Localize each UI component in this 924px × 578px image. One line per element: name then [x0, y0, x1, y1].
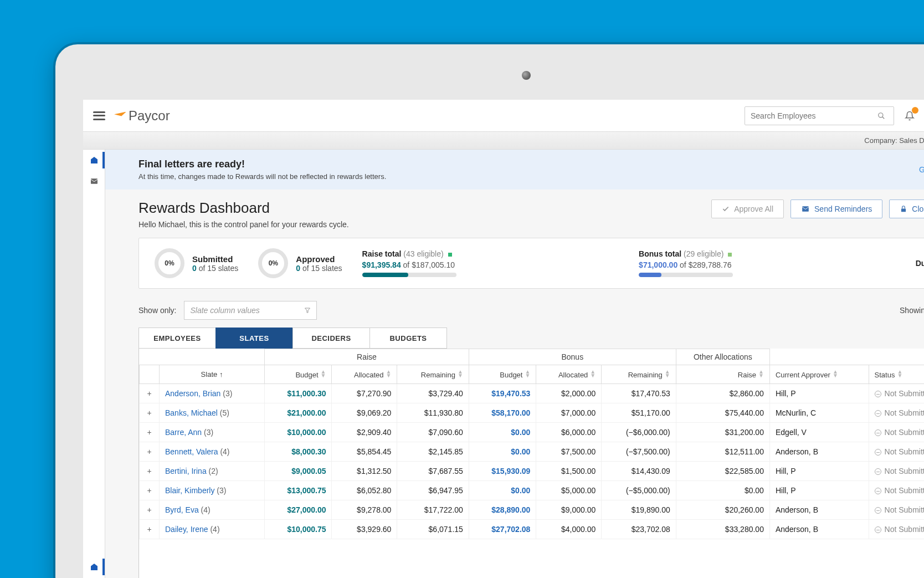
raise-remaining-cell: $7,090.60	[397, 423, 469, 442]
col-raise-allocated[interactable]: Allocated▲▼	[332, 365, 397, 384]
approved-count: 0	[296, 264, 300, 273]
col-approver[interactable]: Current Approver▲▼	[769, 365, 869, 384]
send-reminders-button[interactable]: Send Reminders	[790, 200, 882, 218]
go-to-letters-link[interactable]: Go to Letters	[919, 165, 924, 174]
slate-link[interactable]: Bertini, Irina	[165, 467, 207, 475]
status-circle-icon	[875, 410, 881, 417]
other-raise-cell: $75,440.00	[676, 403, 769, 423]
approved-label: Approved	[296, 254, 342, 264]
due-block: Due: n/a	[916, 259, 924, 268]
expand-icon[interactable]: +	[140, 442, 160, 462]
expand-icon[interactable]: +	[140, 500, 160, 520]
device-frame: Paycor Company:	[55, 44, 924, 578]
submitted-pct-circle: 0%	[155, 248, 184, 278]
svg-line-1	[882, 116, 885, 119]
slate-link[interactable]: Blair, Kimberly	[165, 486, 214, 495]
table-row: +Dailey, Irene (4)$10,000.75$3,929.60$6,…	[140, 520, 925, 539]
expand-icon[interactable]: +	[140, 462, 160, 481]
approved-pct-circle: 0%	[258, 248, 288, 278]
slate-link[interactable]: Byrd, Eva	[165, 505, 199, 514]
close-cycle-label: Close Cycle	[912, 204, 924, 213]
sidebar-item-mail[interactable]	[83, 171, 105, 192]
bonus-remaining-cell: $14,430.09	[602, 462, 676, 481]
col-slate[interactable]: Slate ↑	[160, 365, 265, 384]
status-cell: Not Submitted	[869, 384, 924, 403]
notifications-icon[interactable]	[903, 109, 916, 122]
slate-link[interactable]: Bennett, Valera	[165, 447, 218, 456]
submitted-count: 0	[192, 264, 197, 273]
col-group-bonus: Bonus	[469, 349, 676, 365]
slate-name-cell: Bertini, Irina (2)	[160, 462, 265, 481]
col-raise-budget[interactable]: Budget▲▼	[264, 365, 332, 384]
tab-budgets[interactable]: BUDGETS	[369, 328, 447, 349]
expand-icon[interactable]: +	[140, 403, 160, 423]
col-raise-remaining[interactable]: Remaining▲▼	[397, 365, 469, 384]
close-cycle-button[interactable]: Close Cycle	[889, 200, 924, 218]
table-row: +Bennett, Valera (4)$8,000.30$5,854.45$2…	[140, 442, 925, 462]
status-cell: Not Submitted	[869, 442, 924, 462]
slate-filter-select[interactable]: Slate column values	[184, 301, 317, 320]
col-other-raise[interactable]: Raise▲▼	[676, 365, 769, 384]
slate-link[interactable]: Anderson, Brian	[165, 389, 220, 398]
svg-rect-10	[91, 178, 97, 183]
bonus-allocated-cell: $4,000.00	[536, 520, 602, 539]
raise-allocated-cell: $1,312.50	[332, 462, 397, 481]
slate-link[interactable]: Barre, Ann	[165, 428, 202, 437]
slate-name-cell: Barre, Ann (3)	[160, 423, 265, 442]
tab-deciders[interactable]: DECIDERS	[292, 328, 370, 349]
col-status[interactable]: Status▲▼	[869, 365, 924, 384]
approve-all-button[interactable]: Approve All	[711, 200, 784, 218]
table-row: +Byrd, Eva (4)$27,000.00$9,278.00$17,722…	[140, 500, 925, 520]
brand-logo[interactable]: Paycor	[114, 108, 170, 124]
expand-icon[interactable]: +	[140, 384, 160, 403]
col-bonus-budget[interactable]: Budget▲▼	[469, 365, 536, 384]
search-employees-input[interactable]	[745, 106, 894, 125]
approved-of: of 15 slates	[302, 264, 342, 273]
status-circle-icon	[875, 449, 881, 456]
company-value[interactable]: Sales Demo - 916477 (1 Cl	[899, 136, 924, 145]
brand-name: Paycor	[129, 108, 170, 124]
sidebar-item-home-bottom[interactable]	[83, 556, 105, 577]
svg-rect-13	[96, 568, 97, 570]
slate-link[interactable]: Dailey, Irene	[165, 525, 208, 534]
search-icon[interactable]	[875, 109, 888, 122]
raise-remaining-cell: $7,687.55	[397, 462, 469, 481]
bonus-allocated-cell: $1,500.00	[536, 462, 602, 481]
col-bonus-remaining[interactable]: Remaining▲▼	[602, 365, 676, 384]
company-bar: Company: Sales Demo - 916477 (1 Cl	[83, 132, 924, 150]
status-cell: Not Submitted	[869, 481, 924, 500]
tab-slates[interactable]: SLATES	[215, 328, 293, 349]
showing-count-label: Showing 15 Slates	[900, 306, 924, 315]
expand-icon[interactable]: +	[140, 423, 160, 442]
other-raise-cell: $2,860.00	[676, 384, 769, 403]
bonus-budget-cell: $19,470.53	[469, 384, 536, 403]
raise-amount: $91,395.84	[362, 260, 401, 269]
raise-allocated-cell: $9,278.00	[332, 500, 397, 520]
tabs-row: EMPLOYEES SLATES DECIDERS BUDGETS	[138, 328, 924, 349]
tab-employees[interactable]: EMPLOYEES	[138, 328, 216, 349]
sidebar-item-home[interactable]	[83, 150, 105, 171]
search-field[interactable]	[751, 111, 870, 120]
bonus-allocated-cell: $7,500.00	[536, 442, 602, 462]
svg-rect-9	[96, 161, 97, 163]
bonus-budget-cell: $28,890.00	[469, 500, 536, 520]
notification-badge	[912, 107, 918, 114]
bonus-budget-cell: $0.00	[469, 423, 536, 442]
svg-rect-7	[91, 161, 93, 163]
col-bonus-allocated[interactable]: Allocated▲▼	[536, 365, 602, 384]
expand-icon[interactable]: +	[140, 481, 160, 500]
approver-cell: Hill, P	[769, 384, 869, 403]
raise-allocated-cell: $2,909.40	[332, 423, 397, 442]
slate-link[interactable]: Banks, Michael	[165, 408, 218, 417]
company-label: Company:	[864, 136, 897, 145]
bonus-remaining-cell: $23,702.08	[602, 520, 676, 539]
submitted-of: of 15 slates	[199, 264, 239, 273]
menu-icon[interactable]	[93, 111, 105, 120]
bonus-budget-cell: $0.00	[469, 481, 536, 500]
table-row: +Bertini, Irina (2)$9,000.05$1,312.50$7,…	[140, 462, 925, 481]
raise-remaining-cell: $17,722.00	[397, 500, 469, 520]
approved-stat: 0% Approved 0 of 15 slates	[258, 248, 342, 278]
status-circle-icon	[875, 429, 881, 436]
expand-icon[interactable]: +	[140, 520, 160, 539]
bonus-budget-cell: $0.00	[469, 442, 536, 462]
